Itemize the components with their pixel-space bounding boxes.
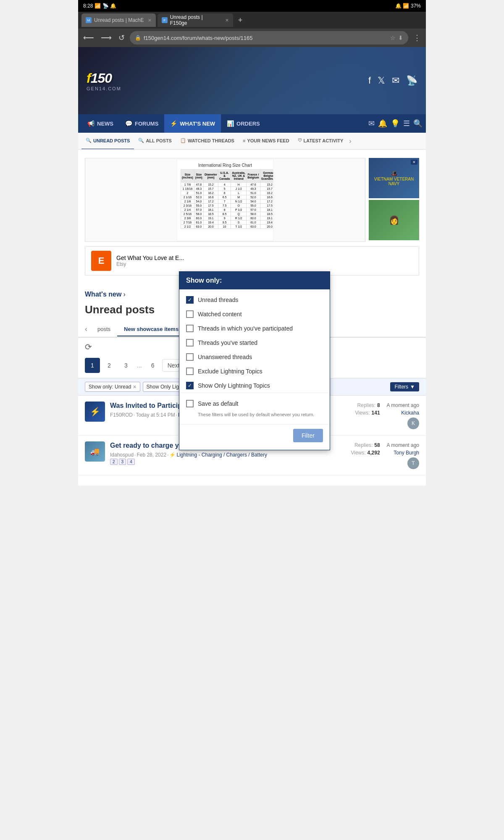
tab-new-showcase[interactable]: New showcase items (117, 323, 185, 336)
avatar-img-2: 🚚 (85, 441, 105, 462)
reload-button[interactable]: ↺ (117, 32, 126, 43)
sub-nav-next-arrow[interactable]: › (347, 137, 353, 145)
tab-label-1: Unread posts | MachE (94, 17, 144, 23)
ad-sidebar: 🎩 VIETNAM VETERANNAVY ✕ 👩 (369, 158, 419, 242)
menu-icon[interactable]: ☰ (403, 119, 410, 128)
page-num-6[interactable]: 6 (145, 358, 160, 373)
chip-unread-close[interactable]: × (133, 383, 136, 390)
checkbox-threads-started[interactable] (186, 339, 194, 346)
page-link-3[interactable]: 3 (119, 459, 126, 465)
checkbox-watched-content[interactable] (186, 310, 194, 318)
bell-icon[interactable]: 🔔 (378, 119, 387, 128)
post-forum-2[interactable]: Lightning - Charging / Chargers / Batter… (176, 452, 267, 458)
sub-nav-unread-posts[interactable]: 🔍 UNREAD POSTS (81, 133, 134, 150)
filter-watched-content[interactable]: Watched content (179, 307, 330, 321)
filter-threads-participated[interactable]: Threads in which you've participated (179, 321, 330, 336)
filter-chip-unread: Show only: Unread × (85, 382, 140, 392)
ad-area: International Ring Size Chart Size (inch… (78, 150, 426, 246)
checkbox-unanswered[interactable] (186, 353, 194, 361)
news-feed-icon: ≡ (243, 138, 245, 143)
filter-btn-row: Filter (179, 424, 330, 446)
status-time: 8:28 (83, 3, 93, 9)
filter-unread-threads[interactable]: Unread threads (179, 293, 330, 307)
page-num-3[interactable]: 3 (118, 358, 134, 373)
last-avatar-1: K (407, 417, 419, 429)
filter-save-default[interactable]: Save as default (179, 396, 330, 411)
refresh-button[interactable]: ⟳ (85, 342, 92, 352)
latest-activity-label: LATEST ACTIVITY (304, 138, 344, 143)
checkbox-exclude-lightning[interactable] (186, 368, 194, 375)
checkbox-threads-participated[interactable] (186, 325, 194, 332)
post-date-2: Feb 28, 2022 (136, 452, 166, 458)
new-tab-button[interactable]: + (235, 16, 246, 25)
site-logo[interactable]: f150 GEN14.COM (87, 71, 121, 91)
whats-new-label: What's new (85, 291, 121, 298)
ad-badge-close[interactable]: ✕ (411, 160, 417, 165)
sub-nav-watched-threads[interactable]: 📋 WATCHED THREADS (176, 133, 239, 150)
checkbox-save-default[interactable] (186, 400, 194, 407)
tab-label-2: Unread posts | F150ge (170, 14, 221, 26)
rss-icon[interactable]: 📡 (406, 75, 417, 86)
filter-exclude-lightning[interactable]: Exclude Lightning Topics (179, 364, 330, 378)
back-button[interactable]: ⟵ (81, 32, 96, 43)
forward-button[interactable]: ⟶ (99, 32, 113, 43)
news-icon: 📢 (87, 120, 94, 127)
ad-veteran-hat: 🎩 VIETNAM VETERANNAVY ✕ (369, 158, 419, 198)
checkbox-show-lightning[interactable] (186, 382, 194, 389)
page-link-2[interactable]: 2 (110, 459, 118, 465)
nav-item-orders[interactable]: 📊 ORDERS (221, 114, 266, 133)
filter-unanswered[interactable]: Unanswered threads (179, 350, 330, 364)
battery-indicator: 🔔 📶 (395, 3, 409, 9)
sub-nav-all-posts[interactable]: 🔍 ALL POSTS (134, 133, 176, 150)
replies-row-1: Replies: 8 (357, 402, 380, 408)
filters-dropdown-button[interactable]: Filters ▼ (390, 382, 419, 391)
download-icon[interactable]: ⬇ (398, 34, 403, 41)
page-3-label: 3 (124, 362, 128, 369)
filter-button[interactable]: Filter (293, 429, 323, 442)
address-bar[interactable]: 🔒 f150gen14.com/forum/whats-new/posts/11… (130, 31, 408, 45)
page-link-4[interactable]: 4 (127, 459, 135, 465)
page-1-label: 1 (91, 362, 94, 369)
status-right: 🔔 📶 37% (395, 3, 421, 9)
filter-show-lightning[interactable]: Show Only Lightning Topics (179, 378, 330, 393)
search-icon[interactable]: 🔍 (413, 119, 423, 128)
label-threads-started: Threads you've started (198, 339, 257, 346)
facebook-icon[interactable]: f (368, 75, 371, 86)
page-num-1[interactable]: 1 (85, 358, 100, 373)
nav-item-forums[interactable]: 💬 FORUMS (119, 114, 164, 133)
last-time-1: A moment ago (387, 402, 419, 408)
mail-icon[interactable]: ✉ (368, 119, 375, 128)
tab-prev-arrow[interactable]: ‹ (81, 321, 91, 337)
bulb-icon[interactable]: 💡 (391, 119, 400, 128)
browser-tab-1[interactable]: M Unread posts | MachE × (81, 13, 156, 27)
tab-close-2[interactable]: × (226, 17, 229, 24)
browser-tab-2[interactable]: F Unread posts | F150ge × (158, 13, 233, 27)
last-user-2[interactable]: Tony Burgh (394, 450, 419, 456)
whats-new-arrow: › (123, 291, 125, 298)
show-only-dropdown: Show only: Unread threads Watched conten… (179, 271, 330, 450)
post-author-1[interactable]: F150ROD (110, 412, 133, 418)
sub-nav-news-feed[interactable]: ≡ YOUR NEWS FEED (239, 133, 294, 150)
address-bar-row: ⟵ ⟶ ↺ 🔒 f150gen14.com/forum/whats-new/po… (78, 29, 426, 47)
post-author-2[interactable]: Idahospud (110, 452, 134, 458)
page-num-2[interactable]: 2 (102, 358, 117, 373)
nav-item-whats-new[interactable]: ⚡ WHAT'S NEW (164, 114, 221, 133)
bookmark-icon[interactable]: ☆ (390, 34, 396, 41)
status-left: 8:28 📶 📡 🔔 (83, 3, 116, 9)
tab-close-1[interactable]: × (148, 17, 152, 24)
label-save-default: Save as default (198, 400, 239, 407)
filter-threads-started[interactable]: Threads you've started (179, 336, 330, 350)
etsy-ad-text: Get What You Love at E... Etsy (116, 255, 184, 267)
replies-row-2: Replies: 58 (354, 442, 380, 448)
tab-posts[interactable]: posts (91, 323, 117, 336)
email-icon[interactable]: ✉ (392, 75, 399, 86)
nav-item-news[interactable]: 📢 NEWS (81, 114, 119, 133)
post-date-1: Today at 5:14 PM (136, 412, 175, 418)
last-user-1[interactable]: Kickaha (401, 410, 419, 416)
sub-nav-latest-activity[interactable]: ♡ LATEST ACTIVITY (294, 133, 348, 150)
checkbox-unread-threads[interactable] (186, 296, 194, 304)
twitter-icon[interactable]: 𝕏 (378, 75, 385, 86)
browser-menu[interactable]: ⋮ (412, 32, 423, 43)
nav-label-news: NEWS (97, 121, 113, 127)
latest-activity-icon: ♡ (298, 138, 302, 143)
